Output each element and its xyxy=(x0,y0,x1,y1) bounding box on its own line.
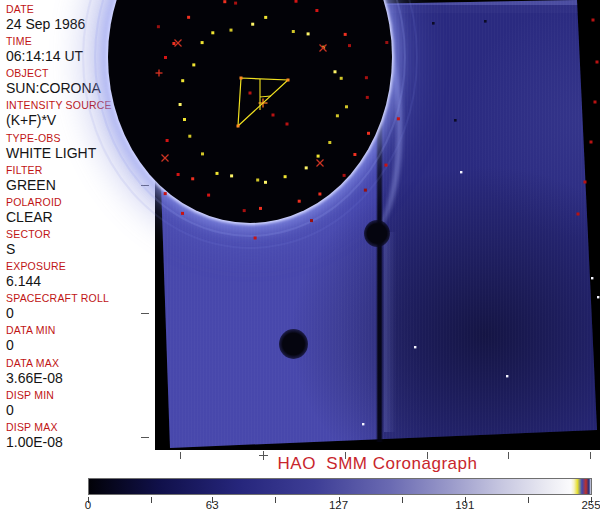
metadata-field: POLAROIDCLEAR xyxy=(6,196,152,228)
field-label: POLAROID xyxy=(6,196,152,209)
field-value: 0 xyxy=(6,402,152,418)
image-title: HAO SMM Coronagraph xyxy=(155,454,600,474)
field-label: DISP MAX xyxy=(6,421,152,434)
field-label: DATA MAX xyxy=(6,357,152,370)
smm-coronagraph-viewer: DATE24 Sep 1986TIME06:14:14 UTOBJECTSUN:… xyxy=(0,0,600,512)
colorbar-minor-tick xyxy=(528,497,529,503)
field-value: 0 xyxy=(6,305,152,321)
field-value: 0 xyxy=(6,337,152,353)
field-label: SPACECRAFT ROLL xyxy=(6,292,152,305)
metadata-field: DISP MIN0 xyxy=(6,389,152,421)
field-value: 1.00E-08 xyxy=(6,434,152,450)
metadata-field: DATA MIN0 xyxy=(6,324,152,356)
colorbar-tick-label: 127 xyxy=(329,499,348,511)
plus-mark xyxy=(156,70,163,77)
field-value: S xyxy=(6,241,152,257)
colorbar-minor-tick xyxy=(151,497,152,503)
field-value: 6.144 xyxy=(6,273,152,289)
left-tick xyxy=(141,313,149,314)
fiducial-overlay xyxy=(155,0,600,450)
colorbar-tick-label: 191 xyxy=(455,499,474,511)
field-label: SECTOR xyxy=(6,228,152,241)
field-label: DATA MIN xyxy=(6,324,152,337)
colorbar-tick-label: 0 xyxy=(85,499,91,511)
metadata-field: DATA MAX3.66E-08 xyxy=(6,357,152,389)
extra-fiducial-dots xyxy=(249,19,599,216)
red-dot-ring-outer xyxy=(157,25,400,239)
cross-marks xyxy=(162,40,327,167)
colorbar-minor-tick xyxy=(402,497,403,503)
colorbar-tick-label: 63 xyxy=(206,499,219,511)
left-tick xyxy=(141,437,149,438)
intensity-colorbar xyxy=(88,478,592,495)
field-label: EXPOSURE xyxy=(6,260,152,273)
metadata-field: EXPOSURE6.144 xyxy=(6,260,152,292)
field-value: CLEAR xyxy=(6,209,152,225)
metadata-field: SECTORS xyxy=(6,228,152,260)
image-specks xyxy=(362,20,599,425)
field-label: DISP MIN xyxy=(6,389,152,402)
red-dot-ring-mid xyxy=(164,0,370,212)
metadata-field: SPACECRAFT ROLL0 xyxy=(6,292,152,324)
metadata-field: DISP MAX1.00E-08 xyxy=(6,421,152,453)
field-value: 3.66E-08 xyxy=(6,370,152,386)
colorbar-tick-label: 255 xyxy=(581,499,600,511)
colorbar-minor-tick xyxy=(275,497,276,503)
coronagraph-image-frame[interactable] xyxy=(155,0,600,450)
